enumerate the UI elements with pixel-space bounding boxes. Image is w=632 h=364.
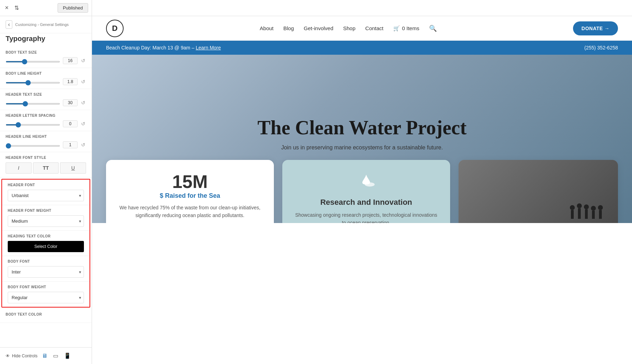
- svg-point-3: [577, 203, 582, 208]
- header-letter-spacing-slider-wrapper: [6, 121, 60, 127]
- body-text-size-group: BODY TEXT SIZE 16 ↺: [0, 47, 92, 68]
- header-letter-spacing-slider[interactable]: [6, 124, 60, 126]
- body-line-height-slider-wrapper: [6, 79, 60, 85]
- cards-row: 15M $ Raised for the Sea We have recycle…: [106, 160, 618, 223]
- header-font-weight-select[interactable]: Thin Light Regular Medium Semi Bold Bold: [8, 215, 84, 227]
- cart-count: 0 Items: [402, 25, 419, 31]
- search-icon[interactable]: 🔍: [429, 25, 437, 32]
- header-text-size-row: 30 ↺: [6, 99, 86, 106]
- nav-shop[interactable]: Shop: [343, 25, 355, 31]
- header-font-label: HEADER FONT: [8, 183, 84, 187]
- header-text-size-reset[interactable]: ↺: [80, 99, 86, 106]
- sidebar-header: ‹ Customizing › General Settings: [0, 16, 92, 33]
- announcement-phone: (255) 352-6258: [584, 45, 618, 50]
- header-text-size-label: HEADER TEXT SIZE: [6, 93, 86, 96]
- hero-title: The Clean Water Project: [257, 116, 467, 139]
- breadcrumb: Customizing › General Settings: [15, 22, 68, 27]
- hide-controls-button[interactable]: 👁 Hide Controls: [6, 353, 38, 358]
- site-nav-links: About Blog Get-involved Shop Contact 🛒 0…: [260, 25, 437, 32]
- body-font-weight-label: BODY FONT WEIGHT: [8, 285, 84, 289]
- card-raised: $ Raised for the Sea: [117, 192, 263, 200]
- header-text-size-slider-wrapper: [6, 100, 60, 106]
- svg-rect-2: [571, 210, 574, 219]
- body-text-size-label: BODY TEXT SIZE: [6, 50, 86, 54]
- body-line-height-slider[interactable]: [6, 82, 60, 83]
- top-bar: × ⇅ Published: [0, 0, 632, 16]
- site-nav: D About Blog Get-involved Shop Contact 🛒…: [92, 16, 632, 41]
- feature-card-text: Showcasing ongoing research projects, te…: [294, 211, 439, 223]
- silhouette-icon: [565, 201, 607, 223]
- body-text-color-group: BODY TEXT COLOR: [0, 309, 92, 323]
- donate-button[interactable]: DONATE →: [573, 21, 618, 35]
- bold-button[interactable]: TT: [33, 162, 59, 174]
- nav-about[interactable]: About: [260, 25, 274, 31]
- announcement-bar: Beach Cleanup Day: March 13 @ 9am – Lear…: [92, 41, 632, 55]
- header-line-height-reset[interactable]: ↺: [80, 141, 86, 148]
- body-line-height-label: BODY LINE HEIGHT: [6, 72, 86, 75]
- desktop-device-button[interactable]: 🖥: [40, 351, 49, 360]
- tablet-device-button[interactable]: ▭: [52, 351, 60, 360]
- header-line-height-label: HEADER LINE HEIGHT: [6, 135, 86, 139]
- published-button[interactable]: Published: [58, 3, 88, 13]
- body-font-weight-group: BODY FONT WEIGHT Thin Light Regular Medi…: [2, 282, 90, 307]
- header-letter-spacing-reset[interactable]: ↺: [80, 120, 86, 127]
- sidebar-bottom: 👁 Hide Controls 🖥 ▭ 📱: [0, 347, 92, 364]
- body-font-select-wrapper: Inter Roboto Open Sans Lato Urbanist ▾: [8, 266, 84, 278]
- header-font-style-label: HEADER FONT STYLE: [6, 156, 86, 160]
- cart-link[interactable]: 🛒 0 Items: [393, 25, 419, 32]
- hide-controls-label: Hide Controls: [12, 353, 38, 358]
- svg-rect-6: [585, 209, 588, 219]
- select-color-button[interactable]: Select Color: [8, 241, 84, 252]
- header-text-size-value: 30: [63, 99, 78, 106]
- cart-icon: 🛒: [393, 25, 400, 32]
- header-line-height-slider[interactable]: [6, 145, 60, 147]
- nav-get-involved[interactable]: Get-involved: [304, 25, 333, 31]
- cta-card: MAKE A DONATION →: [459, 160, 618, 223]
- header-font-weight-label: HEADER FONT WEIGHT: [8, 209, 84, 213]
- feature-card-title: Research and Innovation: [294, 198, 439, 207]
- header-text-size-slider[interactable]: [6, 103, 60, 105]
- underline-button[interactable]: U: [60, 162, 86, 174]
- svg-rect-10: [599, 210, 602, 219]
- svg-rect-8: [592, 211, 595, 219]
- header-letter-spacing-row: 0 ↺: [6, 120, 86, 127]
- close-button[interactable]: ×: [4, 3, 10, 13]
- body-text-size-reset[interactable]: ↺: [80, 57, 86, 64]
- mobile-device-button[interactable]: 📱: [62, 351, 72, 360]
- card-number: 15M: [117, 171, 263, 192]
- svg-point-5: [584, 204, 589, 209]
- sidebar-title: Typography: [0, 35, 92, 47]
- header-font-weight-group: HEADER FONT WEIGHT Thin Light Regular Me…: [2, 205, 90, 231]
- swap-button[interactable]: ⇅: [13, 3, 20, 13]
- body-line-height-reset[interactable]: ↺: [80, 78, 86, 85]
- announcement-link[interactable]: Learn More: [196, 45, 221, 50]
- italic-button[interactable]: I: [6, 162, 32, 174]
- sidebar-content: BODY TEXT SIZE 16 ↺ BODY LINE HEIGHT 1.8: [0, 47, 92, 323]
- body-text-size-row: 16 ↺: [6, 57, 86, 64]
- header-font-weight-select-wrapper: Thin Light Regular Medium Semi Bold Bold…: [8, 215, 84, 227]
- back-button[interactable]: ‹: [6, 20, 12, 29]
- font-style-row: I TT U: [6, 162, 86, 174]
- body-font-weight-select-wrapper: Thin Light Regular Medium Semi Bold Bold…: [8, 292, 84, 303]
- body-font-weight-select[interactable]: Thin Light Regular Medium Semi Bold Bold: [8, 292, 84, 303]
- stat-card: 15M $ Raised for the Sea We have recycle…: [106, 160, 274, 223]
- preview-area: D About Blog Get-involved Shop Contact 🛒…: [92, 16, 632, 364]
- body-font-select[interactable]: Inter Roboto Open Sans Lato Urbanist: [8, 266, 84, 278]
- header-font-group: HEADER FONT Urbanist Inter Roboto Open S…: [2, 180, 90, 205]
- header-letter-spacing-label: HEADER LETTER SPACING: [6, 114, 86, 117]
- header-font-select[interactable]: Urbanist Inter Roboto Open Sans Lato: [8, 190, 84, 201]
- water-drop-icon: [357, 171, 375, 189]
- header-font-style-group: HEADER FONT STYLE I TT U: [0, 152, 92, 177]
- svg-point-7: [591, 206, 596, 211]
- nav-contact[interactable]: Contact: [365, 25, 383, 31]
- body-font-label: BODY FONT: [8, 259, 84, 263]
- body-line-height-group: BODY LINE HEIGHT 1.8 ↺: [0, 68, 92, 89]
- body-text-size-slider[interactable]: [6, 61, 60, 62]
- nav-blog[interactable]: Blog: [283, 25, 294, 31]
- svg-point-9: [598, 205, 603, 210]
- header-letter-spacing-value: 0: [63, 120, 78, 127]
- eye-icon: 👁: [6, 353, 10, 358]
- header-line-height-value: 1: [63, 141, 78, 148]
- top-bar-left: × ⇅ Published: [0, 0, 92, 16]
- svg-point-1: [570, 205, 575, 210]
